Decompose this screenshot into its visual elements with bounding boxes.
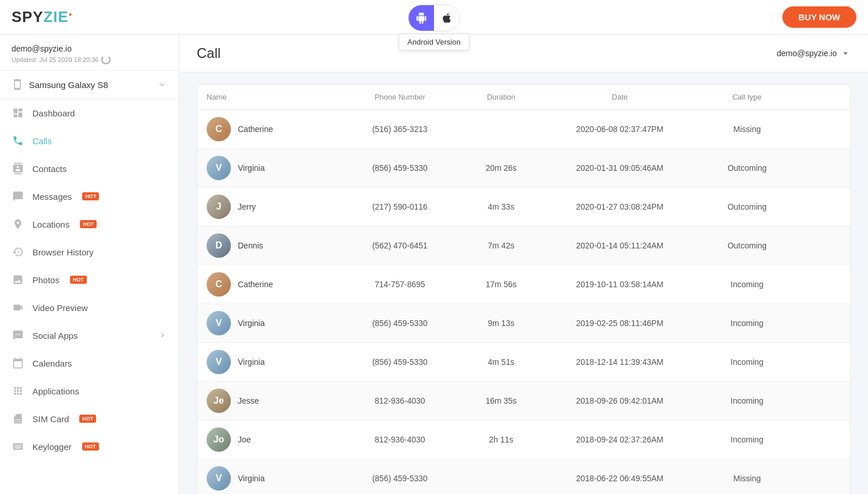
phone-cell: (856) 459-5330: [342, 350, 458, 374]
duration-cell: 2h 11s: [458, 428, 545, 451]
duration-cell: 9m 13s: [458, 312, 545, 335]
sidebar-account: demo@spyzie.io Updated: Jul 25 2020 18:2…: [0, 35, 179, 71]
col-date: Date: [545, 85, 695, 109]
sidebar-item-dashboard[interactable]: Dashboard: [0, 99, 179, 127]
sidebar-item-contacts[interactable]: Contacts: [0, 155, 179, 182]
avatar: V: [207, 156, 231, 180]
android-platform-btn[interactable]: [409, 5, 434, 31]
contact-name: Virginia: [238, 357, 264, 367]
sidebar-item-applications[interactable]: Applications: [0, 377, 179, 405]
device-row[interactable]: Samsung Galaxy S8: [0, 71, 179, 99]
dashboard-label: Dashboard: [32, 108, 75, 118]
table-row: J Jerry (217) 590-0116 4m 33s 2020-01-27…: [197, 188, 850, 226]
app-logo: SPYZIE●: [12, 8, 73, 26]
date-cell: 2020-01-27 03:08:24PM: [545, 195, 695, 218]
sim-card-label: SIM Card: [32, 414, 69, 424]
avatar: V: [207, 311, 231, 335]
account-updated: Updated: Jul 25 2020 18:20:36: [12, 55, 167, 64]
contact-name: Jerry: [238, 202, 256, 211]
duration-cell: 4m 51s: [458, 350, 545, 374]
user-menu-chevron-icon: [840, 48, 851, 58]
contact-name: Dennis: [238, 241, 263, 250]
calendars-label: Calendars: [32, 358, 72, 368]
sidebar-item-messages[interactable]: Messages HOT: [0, 182, 179, 210]
avatar: Je: [207, 389, 231, 413]
ios-platform-btn[interactable]: [434, 5, 459, 31]
device-chevron-icon: [157, 79, 167, 90]
sidebar-item-calendars[interactable]: Calendars: [0, 349, 179, 377]
sidebar-item-photos[interactable]: Photos HOT: [0, 266, 179, 294]
sidebar-item-calls[interactable]: Calls: [0, 127, 179, 155]
phone-cell: (856) 459-5330: [342, 156, 458, 180]
sidebar-item-keylogger[interactable]: Keylogger HOT: [0, 433, 179, 460]
date-cell: 2019-10-11 03:58:14AM: [545, 273, 695, 296]
duration-cell: [458, 122, 545, 136]
table-row: C Catherine (516) 365-3213 2020-06-08 02…: [197, 110, 850, 149]
call-table: Name Phone Number Duration Date Call typ…: [197, 84, 851, 494]
contact-name: Jesse: [238, 396, 259, 405]
messages-hot-badge: HOT: [82, 192, 99, 200]
call-table-header: Name Phone Number Duration Date Call typ…: [197, 85, 850, 110]
applications-label: Applications: [32, 386, 79, 396]
locations-label: Locations: [32, 219, 69, 229]
phone-cell: (516) 365-3213: [342, 118, 458, 141]
name-cell: V Virginia: [197, 343, 342, 381]
table-row: Je Jesse 812-936-4030 16m 35s 2018-09-26…: [197, 382, 850, 420]
table-row: Jo Joe 812-936-4030 2h 11s 2018-09-24 02…: [197, 420, 850, 459]
user-menu[interactable]: demo@spyzie.io: [777, 48, 851, 58]
col-duration: Duration: [458, 85, 545, 109]
phone-cell: 812-936-4030: [342, 389, 458, 412]
avatar: V: [207, 350, 231, 374]
browser-history-icon: [12, 246, 24, 258]
name-cell: C Catherine: [197, 265, 342, 303]
contact-name: Catherine: [238, 125, 273, 134]
phone-cell: (856) 459-5330: [342, 312, 458, 335]
app-body: demo@spyzie.io Updated: Jul 25 2020 18:2…: [0, 35, 868, 494]
avatar: J: [207, 195, 231, 219]
contacts-icon: [12, 162, 24, 175]
applications-icon: [12, 385, 24, 397]
page-title: Call: [197, 45, 220, 61]
table-row: V Virginia (856) 459-5330 4m 51s 2018-12…: [197, 343, 850, 382]
name-cell: Je Jesse: [197, 382, 342, 420]
avatar: C: [207, 272, 231, 297]
sidebar-item-locations[interactable]: Locations HOT: [0, 210, 179, 238]
social-apps-label: Social Apps: [32, 331, 78, 341]
top-navigation: SPYZIE● Android Version BUY NOW: [0, 0, 868, 35]
social-apps-icon: [12, 329, 24, 342]
phone-cell: 812-936-4030: [342, 428, 458, 451]
platform-icons[interactable]: [408, 5, 460, 31]
sidebar-item-social-apps[interactable]: Social Apps: [0, 321, 179, 349]
messages-icon: [12, 190, 24, 203]
contacts-label: Contacts: [32, 164, 67, 174]
phone-cell: (217) 590-0116: [342, 195, 458, 218]
sidebar-item-browser-history[interactable]: Browser History: [0, 238, 179, 266]
name-cell: V Virginia: [197, 459, 342, 494]
table-row: D Dennis (562) 470-6451 7m 42s 2020-01-1…: [197, 226, 850, 265]
logo-zie: ZIE: [43, 8, 68, 25]
refresh-icon[interactable]: [101, 55, 111, 64]
browser-history-label: Browser History: [32, 247, 94, 257]
platform-tooltip: Android Version: [399, 34, 469, 50]
phone-cell: (562) 470-6451: [342, 234, 458, 257]
call-type-cell: Incoming: [695, 350, 799, 374]
sidebar-item-video-preview[interactable]: Video Preview: [0, 294, 179, 321]
date-cell: 2020-01-31 09:05:46AM: [545, 156, 695, 180]
sidebar-item-sim-card[interactable]: SIM Card HOT: [0, 405, 179, 433]
name-cell: V Virginia: [197, 149, 342, 187]
table-row: V Virginia (856) 459-5330 9m 13s 2019-02…: [197, 304, 850, 343]
contact-name: Catherine: [238, 280, 273, 289]
sim-card-hot-badge: HOT: [79, 415, 96, 423]
buy-now-button[interactable]: BUY NOW: [782, 6, 856, 28]
sim-card-icon: [12, 412, 24, 425]
contact-name: Virginia: [238, 163, 264, 173]
photos-hot-badge: HOT: [70, 276, 87, 284]
date-cell: 2018-12-14 11:39:43AM: [545, 350, 695, 374]
messages-label: Messages: [32, 192, 72, 202]
contact-name: Virginia: [238, 474, 264, 483]
call-type-cell: Outcoming: [695, 195, 799, 218]
name-cell: C Catherine: [197, 110, 342, 148]
table-row: V Virginia (856) 459-5330 2018-06-22 06:…: [197, 459, 850, 494]
date-cell: 2020-06-08 02:37:47PM: [545, 118, 695, 141]
name-cell: V Virginia: [197, 304, 342, 342]
